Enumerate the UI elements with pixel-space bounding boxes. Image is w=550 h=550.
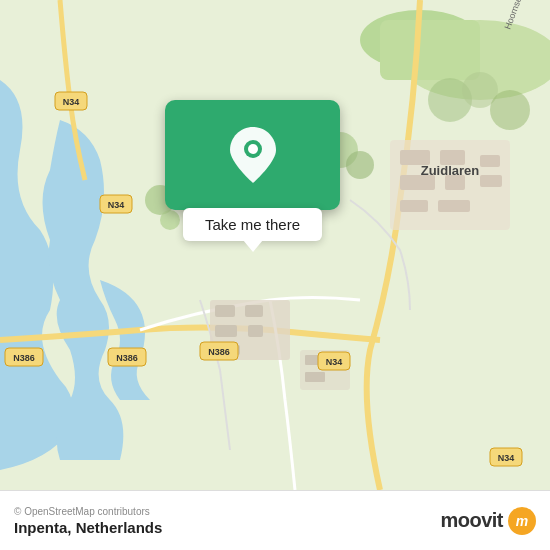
moovit-logo: moovit m bbox=[440, 507, 536, 535]
popup-card bbox=[165, 100, 340, 210]
location-popup: Take me there bbox=[155, 100, 350, 252]
location-pin-icon bbox=[230, 127, 276, 183]
take-me-there-button[interactable]: Take me there bbox=[183, 208, 322, 241]
svg-rect-22 bbox=[305, 372, 325, 382]
svg-rect-12 bbox=[480, 175, 502, 187]
svg-text:N386: N386 bbox=[13, 353, 35, 363]
svg-text:N386: N386 bbox=[116, 353, 138, 363]
footer-info: © OpenStreetMap contributors Inpenta, Ne… bbox=[14, 506, 162, 536]
svg-text:N34: N34 bbox=[326, 357, 343, 367]
svg-rect-11 bbox=[480, 155, 500, 167]
svg-text:N386: N386 bbox=[208, 347, 230, 357]
svg-text:N34: N34 bbox=[108, 200, 125, 210]
svg-text:N34: N34 bbox=[498, 453, 515, 463]
svg-rect-10 bbox=[438, 200, 470, 212]
svg-point-27 bbox=[346, 151, 374, 179]
footer: © OpenStreetMap contributors Inpenta, Ne… bbox=[0, 490, 550, 550]
svg-rect-15 bbox=[245, 305, 263, 317]
svg-rect-9 bbox=[400, 200, 428, 212]
moovit-logo-text: moovit bbox=[440, 509, 503, 532]
svg-rect-16 bbox=[215, 325, 237, 337]
svg-point-31 bbox=[490, 90, 530, 130]
svg-text:N34: N34 bbox=[63, 97, 80, 107]
svg-point-49 bbox=[248, 144, 258, 154]
svg-text:Zuidlaren: Zuidlaren bbox=[421, 163, 480, 178]
svg-rect-3 bbox=[380, 20, 480, 80]
popup-tail bbox=[243, 240, 263, 252]
map: N34 N34 N386 N386 N386 N34 N34 Zuidlaren… bbox=[0, 0, 550, 490]
svg-text:m: m bbox=[516, 513, 528, 529]
copyright-text: © OpenStreetMap contributors bbox=[14, 506, 162, 517]
svg-rect-14 bbox=[215, 305, 235, 317]
svg-rect-17 bbox=[248, 325, 263, 337]
moovit-logo-icon: m bbox=[508, 507, 536, 535]
location-name: Inpenta, Netherlands bbox=[14, 519, 162, 536]
